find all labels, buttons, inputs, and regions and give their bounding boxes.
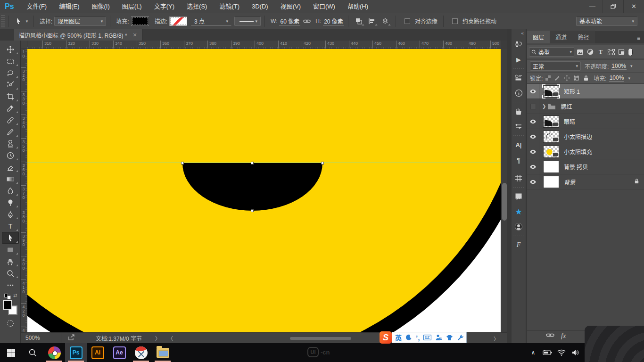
vertical-ruler[interactable]: 310320330340350360370380390400410420430 [21, 49, 27, 332]
tool-presets-panel-icon[interactable] [512, 120, 525, 132]
actions-panel-icon[interactable]: ▶ [512, 53, 525, 66]
character-panel-icon[interactable]: A| [512, 139, 525, 151]
history-panel-icon[interactable] [512, 38, 525, 50]
quick-mask-button[interactable] [7, 320, 14, 327]
visibility-toggle[interactable] [527, 99, 539, 114]
filter-adjustment-layers-icon[interactable] [586, 47, 595, 57]
path-arrangement-button[interactable] [380, 16, 390, 26]
visibility-toggle[interactable] [527, 144, 539, 159]
collapse-panels-icon[interactable]: « [519, 29, 526, 37]
current-tool-icon[interactable]: ▾ [14, 16, 28, 26]
sogou-logo[interactable]: S [380, 331, 392, 344]
options-grip[interactable] [1, 15, 5, 27]
layer-name[interactable]: 背景 拷贝 [564, 163, 588, 171]
filter-pixel-layers-icon[interactable] [575, 47, 585, 57]
menu-item[interactable]: 滤镜(T) [213, 0, 246, 13]
layer-name[interactable]: 背景 [564, 178, 575, 186]
brushes-panel-icon[interactable] [512, 105, 525, 117]
layer-row-background[interactable]: 背景 [527, 174, 644, 189]
type-tool[interactable]: T [2, 220, 19, 232]
lasso-tool[interactable] [2, 67, 19, 79]
ime-toolbox-icon[interactable] [457, 334, 463, 341]
tab-layers[interactable]: 图层 [527, 31, 550, 43]
close-button[interactable]: ✕ [623, 0, 644, 13]
volume-icon[interactable] [569, 343, 583, 362]
link-dimensions-icon[interactable] [302, 16, 312, 26]
scroll-right-arrow[interactable]: 〉 [494, 335, 499, 342]
horizontal-scrollbar-thumb[interactable] [290, 337, 351, 340]
horizontal-ruler[interactable]: 3103203303403503603703803904004104204304… [27, 41, 501, 49]
layer-name[interactable]: 小太阳描边 [564, 132, 592, 140]
clone-stamp-tool[interactable] [2, 138, 19, 149]
taskbar-search-button[interactable] [22, 343, 43, 362]
path-alignment-button[interactable] [367, 16, 377, 26]
restore-button[interactable] [603, 0, 623, 13]
visibility-toggle[interactable] [527, 114, 539, 129]
rectangle-tool[interactable] [2, 244, 19, 255]
foreground-color-swatch[interactable] [3, 300, 12, 310]
account-panel-icon[interactable] [512, 221, 525, 233]
status-popup-arrow[interactable]: 〉 [155, 334, 160, 342]
menu-item[interactable]: 视图(V) [274, 0, 307, 13]
taskbar-app-chrome[interactable] [43, 343, 65, 362]
move-tool[interactable] [2, 43, 19, 55]
layer-thumbnail[interactable] [543, 161, 559, 173]
blend-mode-dropdown[interactable]: 正常 ▾ [530, 61, 581, 71]
battery-icon[interactable] [540, 343, 554, 362]
eyedropper-tool[interactable] [2, 102, 19, 114]
crop-tool[interactable] [2, 90, 19, 102]
minimize-button[interactable]: — [582, 0, 603, 13]
fonts-panel-icon[interactable]: F [512, 239, 525, 251]
layer-row-sun-stroke[interactable]: 小太阳描边 [527, 129, 644, 144]
info-panel-icon[interactable] [512, 87, 525, 99]
opacity-dropdown-icon[interactable]: ▾ [630, 64, 633, 68]
shape-width-field[interactable]: 60 像素 [279, 17, 300, 25]
paragraph-panel-icon[interactable]: ¶ [512, 154, 525, 166]
layer-thumbnail[interactable] [543, 85, 559, 98]
stroke-style-dropdown[interactable]: ▾ [234, 16, 261, 26]
layer-thumbnail[interactable] [543, 115, 559, 128]
scroll-left-arrow[interactable]: 〈 [168, 334, 173, 342]
taskbar-app-photoshop[interactable]: Ps [65, 343, 87, 362]
pen-tool[interactable] [2, 208, 19, 220]
zoom-tool[interactable] [2, 267, 19, 279]
shape-height-field[interactable]: 20 像素 [323, 17, 344, 25]
layer-row-sun-fill[interactable]: 小太阳填充 [527, 144, 644, 159]
menu-item[interactable]: 文字(Y) [148, 0, 181, 13]
layer-row-group[interactable]: ❯ 腮红 [527, 99, 644, 114]
opacity-value[interactable]: 100% [611, 63, 627, 70]
star-plugin-icon[interactable]: ★ [512, 206, 525, 218]
visibility-toggle[interactable] [527, 84, 539, 99]
layer-name[interactable]: 腮红 [561, 102, 572, 110]
quick-selection-tool[interactable] [2, 79, 19, 90]
zoom-level-field[interactable]: 500% [21, 333, 61, 344]
menu-item[interactable]: 编辑(E) [53, 0, 85, 13]
menu-item[interactable]: 帮助(H) [341, 0, 374, 13]
fill-amount-value[interactable]: 100% [609, 74, 625, 82]
stroke-color-swatch[interactable] [169, 16, 187, 26]
taskbar-app-snip[interactable] [130, 343, 152, 362]
notes-panel-icon[interactable] [512, 190, 525, 203]
layer-name[interactable]: 小太阳填充 [564, 148, 592, 156]
lock-all-icon[interactable] [582, 74, 590, 82]
anchor-point-top-center[interactable] [251, 162, 254, 165]
taskbar-app-folder[interactable] [152, 343, 173, 362]
ime-person-24-icon[interactable]: 24 [435, 334, 442, 341]
align-edges-checkbox[interactable] [405, 18, 410, 24]
fill-color-swatch[interactable] [131, 16, 149, 26]
document-tab[interactable]: 描边风格小图标 @ 500% (矩形 1, RGB/8) * ✕ [14, 29, 142, 41]
panel-menu-icon[interactable]: ≡ [633, 35, 644, 43]
ime-punctuation-icon[interactable]: ’, [416, 334, 420, 342]
menu-item[interactable]: 图层(L) [116, 0, 148, 13]
anchor-point-top-right[interactable] [321, 162, 324, 165]
filter-smart-objects-icon[interactable] [617, 47, 626, 57]
menu-item[interactable]: 窗口(W) [307, 0, 341, 13]
eraser-tool[interactable] [2, 161, 19, 173]
layer-style-button[interactable]: fx [561, 332, 566, 340]
history-brush-tool[interactable] [2, 149, 19, 161]
more-tools-button[interactable] [2, 279, 19, 291]
marquee-tool[interactable] [2, 55, 19, 67]
tab-close-icon[interactable]: ✕ [133, 32, 137, 38]
filter-type-dropdown[interactable]: 类型 ▾ [529, 47, 574, 57]
group-expand-icon[interactable]: ❯ [542, 104, 546, 109]
